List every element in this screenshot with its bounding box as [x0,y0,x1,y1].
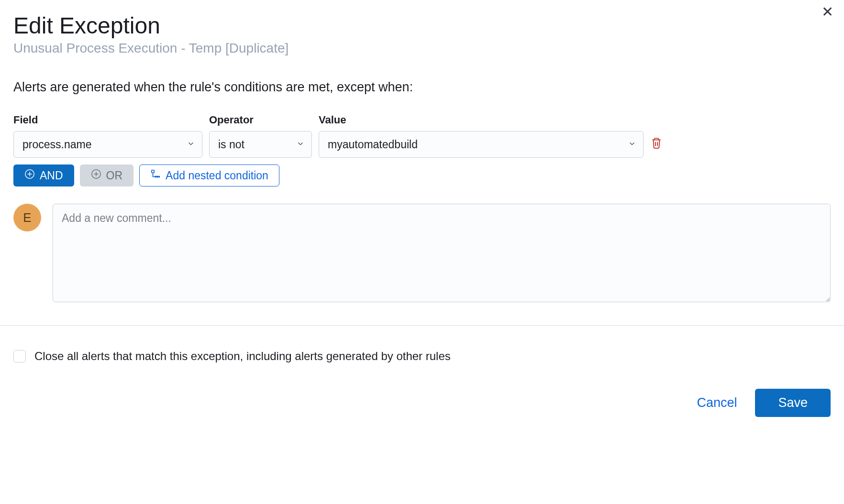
chevron-down-icon [628,138,636,151]
chevron-down-icon [296,138,305,151]
close-alerts-label: Close all alerts that match this excepti… [34,350,451,363]
operator-column: Operator is not [209,114,312,158]
condition-row: Field process.name Operator is not Value… [13,114,831,158]
and-button-label: AND [40,169,63,182]
plus-circle-icon [91,169,101,182]
section-divider [0,325,844,326]
logic-button-row: AND OR Add nested condition [13,164,831,186]
cancel-button[interactable]: Cancel [697,395,737,410]
nested-condition-icon [150,169,161,182]
cancel-button-label: Cancel [697,395,737,410]
add-nested-condition-label: Add nested condition [166,169,268,182]
svg-point-11 [158,176,159,177]
save-button-label: Save [778,395,808,410]
close-alerts-row: Close all alerts that match this excepti… [13,350,831,363]
save-button[interactable]: Save [755,389,831,417]
field-select[interactable]: process.name [13,131,202,158]
footer: Cancel Save [13,389,831,417]
delete-condition-button[interactable] [650,136,663,151]
svg-rect-8 [152,170,155,173]
add-nested-condition-button[interactable]: Add nested condition [139,164,279,186]
plus-circle-icon [24,169,35,182]
avatar: E [13,204,41,231]
trash-icon [650,144,663,151]
operator-select-value: is not [218,138,244,151]
value-column: Value myautomatedbuild [319,114,644,158]
field-label: Field [13,114,202,126]
value-label: Value [319,114,644,126]
field-column: Field process.name [13,114,202,158]
edit-exception-modal: Edit Exception Unusual Process Execution… [0,0,844,430]
field-select-value: process.name [22,138,91,151]
operator-select[interactable]: is not [209,131,312,158]
svg-point-9 [155,176,156,177]
or-button-label: OR [106,169,123,182]
page-subtitle: Unusual Process Execution - Temp [Duplic… [13,41,831,56]
comment-section: E [13,204,831,302]
avatar-initial: E [23,210,31,225]
value-select[interactable]: myautomatedbuild [319,131,644,158]
or-button[interactable]: OR [80,164,134,186]
and-button[interactable]: AND [13,164,74,186]
operator-label: Operator [209,114,312,126]
comment-input[interactable] [53,204,831,302]
close-alerts-checkbox[interactable] [13,350,26,362]
divider-wrap [0,325,844,326]
chevron-down-icon [187,138,195,151]
svg-point-10 [157,176,158,177]
close-icon: ✕ [822,4,833,20]
close-button[interactable]: ✕ [820,3,835,21]
page-title: Edit Exception [13,0,831,39]
intro-text: Alerts are generated when the rule's con… [13,80,831,95]
value-select-value: myautomatedbuild [328,138,418,151]
